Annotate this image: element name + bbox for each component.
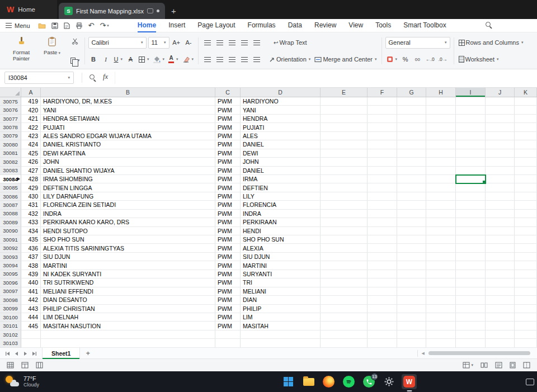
- cell-K30092[interactable]: [515, 244, 537, 252]
- cell-I30096[interactable]: [456, 278, 486, 287]
- cell-D30095[interactable]: SURYANTI: [241, 270, 321, 278]
- cell-F30091[interactable]: [368, 235, 397, 244]
- cell-F30100[interactable]: [368, 313, 397, 322]
- cell-C30101[interactable]: PWM: [215, 322, 241, 330]
- cell-K30089[interactable]: [515, 218, 537, 226]
- number-format-stamp-button[interactable]: [385, 53, 399, 65]
- scrollbar-splitter[interactable]: [417, 350, 418, 357]
- cell-G30087[interactable]: [397, 201, 426, 209]
- cell-K30082[interactable]: [515, 158, 537, 166]
- cell-F30082[interactable]: [368, 158, 397, 166]
- row-header-30080[interactable]: 30080: [0, 140, 21, 149]
- row-header-30085[interactable]: 30085: [0, 183, 21, 192]
- cell-B30077[interactable]: HENDRA SETIAWAN: [41, 115, 215, 123]
- cell-D30079[interactable]: ALES: [241, 132, 321, 140]
- cell-K30100[interactable]: [515, 313, 537, 322]
- cell-H30087[interactable]: [426, 201, 456, 209]
- increase-decimal-button[interactable]: ←.0: [425, 53, 436, 65]
- cell-E30087[interactable]: [321, 201, 368, 209]
- cell-J30092[interactable]: [486, 244, 515, 252]
- cell-E30102[interactable]: [321, 330, 368, 339]
- align-top-button[interactable]: [202, 36, 213, 49]
- cell-F30087[interactable]: [368, 201, 397, 209]
- cell-I30090[interactable]: [456, 227, 486, 235]
- cut-button[interactable]: [69, 35, 81, 48]
- cell-D30076[interactable]: YANI: [241, 106, 321, 114]
- cell-K30075[interactable]: [515, 97, 537, 106]
- cell-D30100[interactable]: LIM: [241, 313, 321, 322]
- cell-J30083[interactable]: [486, 167, 515, 175]
- cell-F30092[interactable]: [368, 244, 397, 252]
- cell-I30076[interactable]: [456, 106, 486, 114]
- row-header-30100[interactable]: 30100: [0, 313, 21, 322]
- cell-G30083[interactable]: [397, 167, 426, 175]
- distributed-button[interactable]: [251, 53, 262, 65]
- cell-B30095[interactable]: NI KADEK SURYANTI: [41, 270, 215, 278]
- cell-A30078[interactable]: 422: [21, 123, 41, 131]
- row-header-30094[interactable]: 30094: [0, 261, 21, 270]
- tab-data[interactable]: Data: [282, 19, 308, 32]
- cell-H30078[interactable]: [426, 123, 456, 131]
- justify-button[interactable]: [239, 53, 249, 65]
- cell-F30101[interactable]: [368, 322, 397, 330]
- horizontal-scrollbar[interactable]: ◀: [417, 350, 530, 357]
- cell-G30075[interactable]: [397, 97, 426, 106]
- cell-K30079[interactable]: [515, 132, 537, 140]
- cell-B30102[interactable]: [41, 330, 215, 339]
- cell-K30095[interactable]: [515, 270, 537, 278]
- tab-options-icon[interactable]: [147, 8, 153, 13]
- row-header-30092[interactable]: 30092: [0, 244, 21, 252]
- cell-D30103[interactable]: [241, 339, 321, 347]
- cell-A30096[interactable]: 440: [21, 278, 41, 287]
- row-header-30086[interactable]: 30086: [0, 192, 21, 201]
- cell-J30094[interactable]: [486, 261, 515, 270]
- row-header-30098[interactable]: 30098: [0, 296, 21, 304]
- align-center-button[interactable]: [214, 53, 225, 65]
- cell-H30093[interactable]: [426, 253, 456, 261]
- print-preview-icon[interactable]: [64, 22, 70, 29]
- cell-D30077[interactable]: HENDRA: [241, 115, 321, 123]
- cell-A30084[interactable]: 428: [21, 175, 41, 183]
- cell-E30075[interactable]: [321, 97, 368, 106]
- cell-G30102[interactable]: [397, 330, 426, 339]
- cell-A30087[interactable]: 431: [21, 201, 41, 209]
- cell-B30082[interactable]: JOHN: [41, 158, 215, 166]
- cell-A30089[interactable]: 433: [21, 218, 41, 226]
- decrease-indent-button[interactable]: [239, 36, 249, 49]
- cell-A30091[interactable]: 435: [21, 235, 41, 244]
- cell-F30078[interactable]: [368, 123, 397, 131]
- number-format-select[interactable]: General: [385, 37, 450, 49]
- cell-H30075[interactable]: [426, 97, 456, 106]
- cell-I30100[interactable]: [456, 313, 486, 322]
- cell-D30085[interactable]: DEFTIEN: [241, 183, 321, 192]
- cell-G30094[interactable]: [397, 261, 426, 270]
- cell-G30099[interactable]: [397, 305, 426, 313]
- cell-J30096[interactable]: [486, 278, 515, 287]
- cell-E30089[interactable]: [321, 218, 368, 226]
- save-icon[interactable]: [51, 22, 58, 29]
- cell-K30087[interactable]: [515, 201, 537, 209]
- cell-A30099[interactable]: 443: [21, 305, 41, 313]
- page-break-view-icon[interactable]: [523, 362, 530, 369]
- cell-D30091[interactable]: SHO PHO SUN: [241, 235, 321, 244]
- cell-J30098[interactable]: [486, 296, 515, 304]
- cell-C30082[interactable]: PWM: [215, 158, 241, 166]
- column-header-E[interactable]: E: [321, 88, 368, 97]
- cell-B30087[interactable]: FLORENCIA ZEIN SETIADI: [41, 201, 215, 209]
- cell-J30093[interactable]: [486, 253, 515, 261]
- status-grid-icon[interactable]: [7, 362, 14, 369]
- cell-G30077[interactable]: [397, 115, 426, 123]
- row-header-30077[interactable]: 30077: [0, 115, 21, 123]
- cell-C30087[interactable]: PWM: [215, 201, 241, 209]
- cell-E30079[interactable]: [321, 132, 368, 140]
- cell-C30096[interactable]: PWM: [215, 278, 241, 287]
- cell-A30102[interactable]: [21, 330, 41, 339]
- copy-button[interactable]: [69, 54, 81, 67]
- row-header-30091[interactable]: 30091: [0, 235, 21, 244]
- next-sheet-button[interactable]: [23, 348, 28, 358]
- bold-button[interactable]: B: [88, 53, 99, 65]
- font-color-button[interactable]: A: [167, 53, 180, 65]
- cell-I30103[interactable]: [456, 339, 486, 347]
- cell-D30096[interactable]: TRI: [241, 278, 321, 287]
- cell-A30097[interactable]: 441: [21, 287, 41, 296]
